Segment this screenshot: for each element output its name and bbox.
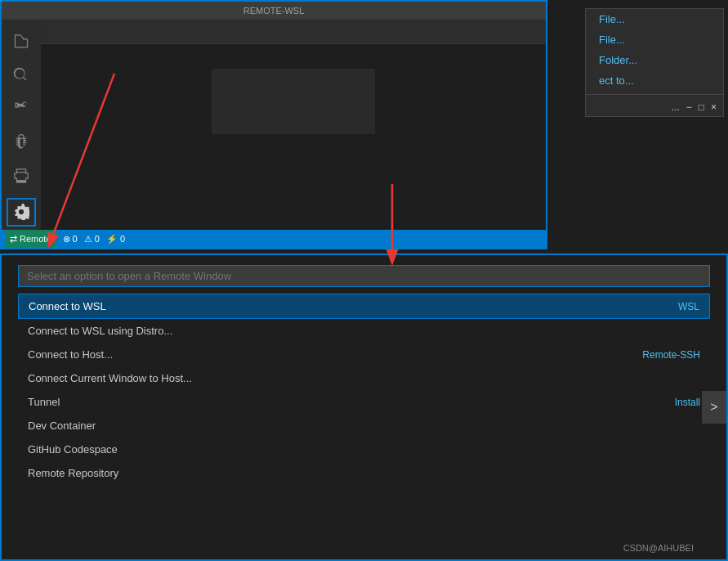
- menu-item-connect-wsl-distro[interactable]: Connect to WSL using Distro...: [18, 319, 710, 343]
- activity-bar: [2, 20, 41, 230]
- menu-item-connect-host[interactable]: Connect to Host... Remote-SSH: [18, 343, 710, 366]
- menu-item-tag: WSL: [678, 301, 699, 312]
- menu-item-remote-repository[interactable]: Remote Repository: [18, 461, 710, 485]
- explorer-icon[interactable]: [9, 29, 33, 53]
- statusbar-ports: ⚡ 0: [106, 234, 125, 245]
- menu-item-tunnel[interactable]: Tunnel Install: [18, 390, 710, 414]
- statusbar-errors: ⊗ 0: [63, 234, 78, 245]
- file-menu-item-4[interactable]: ect to...: [586, 70, 723, 91]
- statusbar-remote[interactable]: ⇄ Remote: [5, 230, 56, 248]
- file-menu-divider: [586, 94, 723, 95]
- menu-item-tag: Remote-SSH: [642, 349, 700, 361]
- menu-item-connect-wsl[interactable]: Connect to WSL WSL: [18, 294, 710, 319]
- menu-item-label: Connect to WSL: [29, 300, 106, 312]
- editor-image-placeholder: [212, 69, 375, 134]
- menu-item-github-codespace[interactable]: GitHub Codespace: [18, 438, 710, 461]
- file-menu-item-1[interactable]: File...: [586, 9, 723, 29]
- window-controls: ... − □ ×: [586, 98, 723, 116]
- editor-content: [41, 44, 546, 175]
- editor-area: [41, 20, 546, 230]
- source-control-icon[interactable]: [9, 96, 33, 120]
- menu-item-label: Dev Container: [28, 420, 96, 432]
- gear-icon-highlighted[interactable]: [7, 198, 36, 227]
- statusbar-warnings: ⚠ 0: [84, 234, 100, 245]
- menu-item-label: Remote Repository: [28, 467, 118, 479]
- titlebar: REMOTE-WSL: [2, 2, 546, 20]
- remote-label: Remote: [20, 234, 51, 244]
- maximize-button[interactable]: □: [699, 101, 704, 113]
- more-button[interactable]: ...: [672, 101, 680, 113]
- remote-icon: ⇄: [10, 234, 17, 245]
- file-menu-item-3[interactable]: Folder...: [586, 50, 723, 70]
- file-menu-panel: File... File... Folder... ect to... ... …: [585, 8, 724, 117]
- debug-icon[interactable]: [9, 131, 33, 155]
- remote-window-panel: Connect to WSL WSL Connect to WSL using …: [0, 254, 728, 561]
- menu-list: Connect to WSL WSL Connect to WSL using …: [18, 294, 710, 485]
- menu-item-tag: Install: [675, 397, 700, 408]
- menu-item-label: Connect Current Window to Host...: [28, 372, 192, 384]
- command-palette-input[interactable]: [18, 265, 710, 287]
- search-icon[interactable]: [9, 63, 33, 87]
- menu-item-label: GitHub Codespace: [28, 443, 118, 456]
- menu-item-label: Connect to Host...: [28, 348, 113, 361]
- menu-item-dev-container[interactable]: Dev Container: [18, 414, 710, 438]
- statusbar: ⇄ Remote ⊗ 0 ⚠ 0 ⚡ 0: [2, 230, 546, 248]
- menu-item-connect-current-window[interactable]: Connect Current Window to Host...: [18, 366, 710, 390]
- editor-tabs: [41, 20, 546, 44]
- minimize-button[interactable]: −: [686, 101, 692, 113]
- titlebar-text: REMOTE-WSL: [243, 6, 305, 16]
- chevron-button[interactable]: >: [702, 391, 726, 424]
- file-menu-item-2[interactable]: File...: [586, 29, 723, 50]
- close-button[interactable]: ×: [711, 101, 717, 113]
- menu-item-label: Connect to WSL using Distro...: [28, 325, 172, 337]
- vscode-window: REMOTE-WSL: [0, 0, 547, 249]
- extensions-icon[interactable]: [9, 164, 33, 188]
- csdn-watermark: CSDN@AIHUBEI: [623, 543, 694, 553]
- chevron-icon: >: [710, 400, 717, 415]
- menu-item-label: Tunnel: [28, 396, 60, 408]
